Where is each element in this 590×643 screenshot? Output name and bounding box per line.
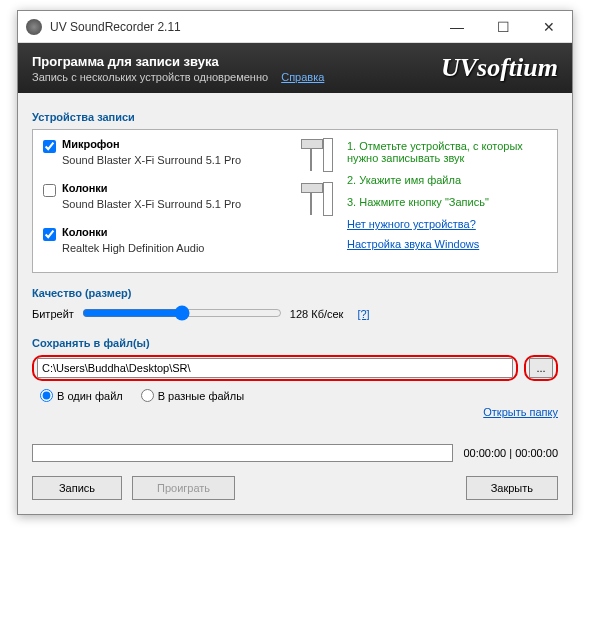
missing-device-link[interactable]: Нет нужного устройства?	[347, 218, 476, 230]
close-app-button[interactable]: Закрыть	[466, 476, 558, 500]
quality-section-title: Качество (размер)	[32, 287, 558, 299]
app-title: Программа для записи звука	[32, 54, 441, 69]
device-desc: Realtek High Definition Audio	[62, 242, 333, 254]
device-checkbox[interactable]	[43, 228, 56, 241]
devices-panel: Микрофон Sound Blaster X-Fi Surround 5.1…	[32, 129, 558, 273]
devices-section-title: Устройства записи	[32, 111, 558, 123]
multi-file-radio[interactable]: В разные файлы	[141, 389, 244, 402]
device-checkbox[interactable]	[43, 184, 56, 197]
volume-slider[interactable]	[305, 183, 317, 215]
window-title: UV SoundRecorder 2.11	[50, 20, 434, 34]
app-subtitle: Запись с нескольких устройств одновремен…	[32, 71, 268, 83]
play-button[interactable]: Проиграть	[132, 476, 235, 500]
bitrate-value: 128 Кб/сек	[290, 308, 344, 320]
device-item: Колонки Sound Blaster X-Fi Surround 5.1 …	[43, 182, 333, 216]
brand-logo: UVsoftium	[441, 53, 558, 83]
browse-button[interactable]: ...	[529, 358, 553, 378]
app-icon	[26, 19, 42, 35]
volume-slider[interactable]	[305, 139, 317, 171]
single-file-radio[interactable]: В один файл	[40, 389, 123, 402]
progress-bar	[32, 444, 453, 462]
device-item: Микрофон Sound Blaster X-Fi Surround 5.1…	[43, 138, 333, 172]
save-path-input[interactable]	[37, 358, 513, 378]
record-button[interactable]: Запись	[32, 476, 122, 500]
device-desc: Sound Blaster X-Fi Surround 5.1 Pro	[62, 154, 297, 166]
windows-sound-link[interactable]: Настройка звука Windows	[347, 238, 479, 250]
minimize-button[interactable]: —	[434, 11, 480, 42]
hints-column: 1. Отметьте устройства, с которых нужно …	[347, 138, 547, 264]
bitrate-slider[interactable]	[82, 305, 282, 321]
titlebar: UV SoundRecorder 2.11 — ☐ ✕	[18, 11, 572, 43]
level-meter	[323, 182, 333, 216]
file-path-row: ...	[32, 355, 558, 381]
device-name: Колонки	[62, 226, 333, 238]
hint-step: 2. Укажите имя файла	[347, 174, 547, 186]
open-folder-link[interactable]: Открыть папку	[483, 406, 558, 418]
bitrate-help-link[interactable]: [?]	[357, 308, 369, 320]
hint-step: 1. Отметьте устройства, с которых нужно …	[347, 140, 547, 164]
device-checkbox[interactable]	[43, 140, 56, 153]
help-link[interactable]: Справка	[281, 71, 324, 83]
app-window: UV SoundRecorder 2.11 — ☐ ✕ Программа дл…	[17, 10, 573, 515]
device-desc: Sound Blaster X-Fi Surround 5.1 Pro	[62, 198, 297, 210]
device-name: Микрофон	[62, 138, 297, 150]
device-name: Колонки	[62, 182, 297, 194]
maximize-button[interactable]: ☐	[480, 11, 526, 42]
hint-step: 3. Нажмите кнопку "Запись"	[347, 196, 547, 208]
time-display: 00:00:00 | 00:00:00	[463, 447, 558, 459]
device-item: Колонки Realtek High Definition Audio	[43, 226, 333, 254]
level-meter	[323, 138, 333, 172]
header: Программа для записи звука Запись с неск…	[18, 43, 572, 93]
close-button[interactable]: ✕	[526, 11, 572, 42]
bitrate-label: Битрейт	[32, 308, 74, 320]
save-section-title: Сохранять в файл(ы)	[32, 337, 558, 349]
